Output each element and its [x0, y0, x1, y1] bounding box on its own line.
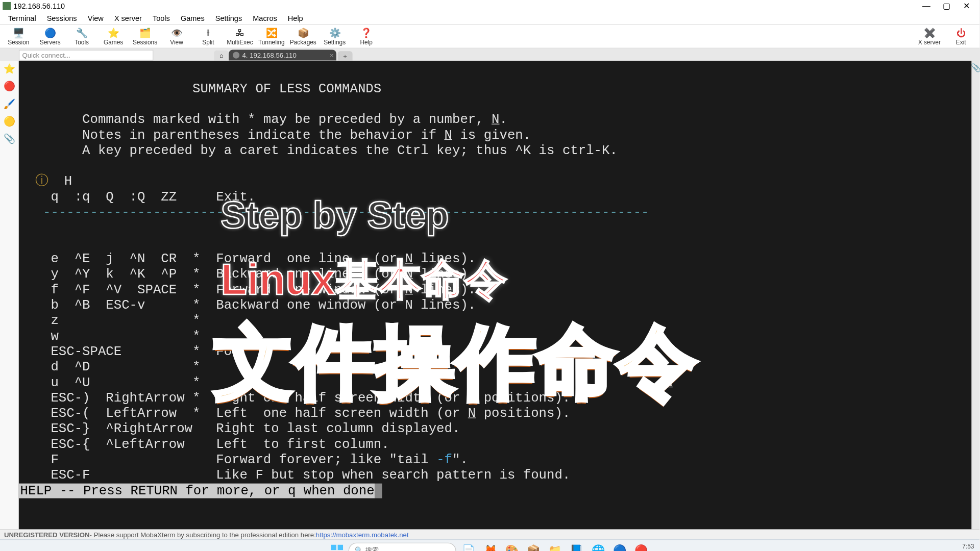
tool-view[interactable]: 👁️View: [161, 25, 192, 47]
menu-sessions[interactable]: Sessions: [41, 13, 82, 23]
status-msg: - Please support MobaXterm by subscribin…: [90, 531, 316, 538]
tool-tools[interactable]: 🔧Tools: [66, 25, 97, 47]
titlebar: 192.168.56.110 — ▢ ✕: [0, 0, 979, 12]
search-icon: 🔍: [355, 547, 363, 551]
split-icon: ⫲: [203, 27, 213, 38]
taskbar-clock[interactable]: 7:53 2023/9/16: [947, 543, 974, 551]
taskbar-firefox[interactable]: 🦊: [482, 542, 499, 551]
clip-icon[interactable]: 📎: [4, 133, 14, 144]
svg-rect-1: [338, 544, 344, 550]
menubar: Terminal Sessions View X server Tools Ga…: [0, 12, 979, 25]
tool-session[interactable]: 🖥️Session: [3, 25, 34, 47]
games-icon: ⭐: [108, 27, 119, 38]
xserver-icon: ✖️: [924, 27, 935, 38]
tool-sessions2[interactable]: 🗂️Sessions: [129, 25, 161, 47]
tools-icon: 🔧: [77, 27, 87, 38]
tool-settings[interactable]: ⚙️Settings: [319, 25, 351, 47]
tool-packages[interactable]: 📦Packages: [287, 25, 319, 47]
terminal[interactable]: SUMMARY OF LESS COMMANDS Commands marked…: [19, 61, 971, 530]
info-icon: ⓘ: [35, 174, 48, 189]
taskbar-app-4[interactable]: 📦: [525, 542, 542, 551]
sidebar: ⭐ 🔴 🖌️ 🟡 📎: [0, 61, 19, 530]
packages-icon: 📦: [298, 27, 308, 38]
tool-help[interactable]: ❓Help: [351, 25, 382, 47]
help-prompt: HELP -- Press RETURN for more, or q when…: [19, 484, 375, 498]
close-button[interactable]: ✕: [957, 0, 977, 12]
tab-close-button[interactable]: ×: [330, 52, 334, 59]
maximize-button[interactable]: ▢: [937, 0, 957, 12]
tab-icon: [233, 52, 239, 58]
windows-taskbar: 🔍搜索 📄 🦊 🎨 📦 📁 📘 🌐 🔵 🔴 7:53 2023/9/16: [0, 539, 979, 551]
menu-view[interactable]: View: [82, 13, 109, 23]
menu-macros[interactable]: Macros: [248, 13, 283, 23]
taskbar-search[interactable]: 🔍搜索: [349, 542, 456, 551]
tool-xserver[interactable]: ✖️X server: [914, 25, 945, 47]
brush-icon[interactable]: 🖌️: [4, 98, 14, 109]
taskbar-app-1[interactable]: 📄: [460, 542, 478, 551]
menu-terminal[interactable]: Terminal: [3, 13, 41, 23]
status-link[interactable]: https://mobaxterm.mobatek.net: [316, 531, 409, 538]
menu-settings[interactable]: Settings: [210, 13, 247, 23]
servers-icon: 🔵: [45, 27, 56, 38]
tool-tunneling[interactable]: 🔀Tunneling: [256, 25, 287, 47]
right-strip[interactable]: 📎: [971, 61, 979, 530]
person-icon[interactable]: 🔴: [4, 81, 14, 91]
tool-servers[interactable]: 🔵Servers: [34, 25, 66, 47]
overlay-fileops: 文件操作命令: [214, 355, 698, 370]
taskbar-app-6[interactable]: 📘: [568, 542, 585, 551]
taskbar-app-3[interactable]: 🎨: [503, 542, 521, 551]
statusbar: UNREGISTERED VERSION - Please support Mo…: [0, 529, 979, 539]
menu-games[interactable]: Games: [175, 13, 210, 23]
less-title: SUMMARY OF LESS COMMANDS: [35, 81, 382, 96]
settings-icon: ⚙️: [329, 27, 340, 38]
help-icon: ❓: [361, 27, 372, 38]
cursor: [375, 484, 382, 498]
multiexec-icon: 🖧: [234, 27, 245, 38]
home-tab-button[interactable]: ⌂: [214, 51, 229, 61]
taskbar-app-9[interactable]: 🔴: [632, 542, 650, 551]
menu-help[interactable]: Help: [282, 13, 308, 23]
svg-rect-0: [331, 544, 336, 550]
tool-games[interactable]: ⭐Games: [97, 25, 129, 47]
quick-connect-input[interactable]: Quick connect...: [19, 50, 154, 61]
minimize-button[interactable]: —: [916, 0, 937, 12]
session-icon: 🖥️: [13, 27, 24, 38]
toolbar: 🖥️Session 🔵Servers 🔧Tools ⭐Games 🗂️Sessi…: [0, 25, 979, 48]
tab-index: 4.: [242, 52, 248, 59]
taskbar-edge[interactable]: 🌐: [590, 542, 607, 551]
tool-multiexec[interactable]: 🖧MultiExec: [224, 25, 256, 47]
tab-title: 192.168.56.110: [250, 52, 297, 59]
unregistered-label: UNREGISTERED VERSION: [4, 531, 90, 538]
taskbar-explorer[interactable]: 📁: [546, 542, 564, 551]
session-tab[interactable]: 4. 192.168.56.110 ×: [229, 50, 336, 61]
exit-icon: ⏻: [955, 27, 966, 38]
main-area: ⭐ 🔴 🖌️ 🟡 📎 SUMMARY OF LESS COMMANDS Comm…: [0, 61, 979, 530]
view-icon: 👁️: [171, 27, 182, 38]
menu-xserver[interactable]: X server: [109, 13, 147, 23]
menu-tools[interactable]: Tools: [147, 13, 175, 23]
tool-exit[interactable]: ⏻Exit: [945, 25, 977, 47]
sessions-icon: 🗂️: [139, 27, 150, 38]
taskbar-chrome[interactable]: 🔵: [611, 542, 628, 551]
new-tab-button[interactable]: +: [338, 51, 353, 60]
window-title: 192.168.56.110: [13, 2, 65, 10]
app-icon: [3, 2, 11, 10]
circle-icon[interactable]: 🟡: [4, 116, 14, 127]
tool-split[interactable]: ⫲Split: [192, 25, 224, 47]
tabbar: Quick connect... ⌂ 4. 192.168.56.110 × +: [0, 48, 979, 61]
tunneling-icon: 🔀: [266, 27, 277, 38]
star-icon[interactable]: ⭐: [4, 63, 14, 74]
windows-start-button[interactable]: [330, 543, 345, 551]
